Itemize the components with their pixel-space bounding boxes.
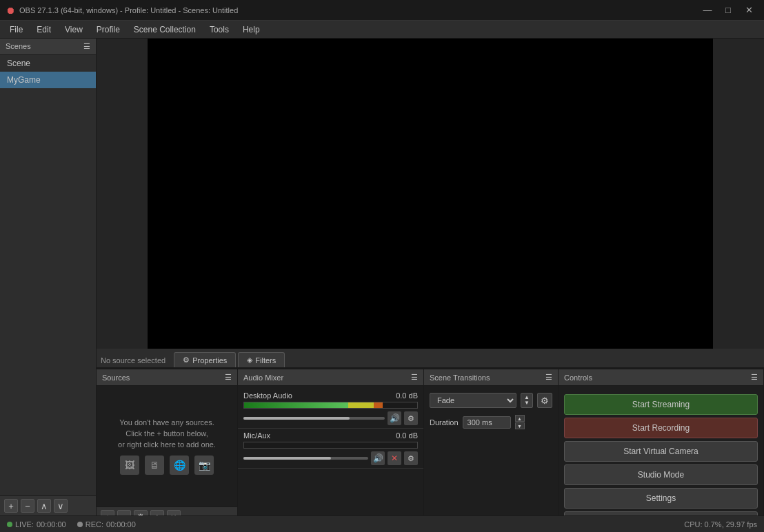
- maximize-button[interactable]: □: [718, 3, 738, 18]
- menu-profile[interactable]: Profile: [90, 23, 127, 37]
- bottom-strip: Sources ☰ You don't have any sources. Cl…: [97, 368, 764, 515]
- menu-help[interactable]: Help: [236, 23, 267, 37]
- transition-type-select[interactable]: Fade Cut Swipe Slide: [430, 393, 516, 408]
- transitions-panel: Scene Transitions ☰ Fade Cut Swipe Slide…: [424, 369, 559, 515]
- mic-audio-name: Mic/Aux: [243, 431, 270, 440]
- scenes-list: Scene MyGame: [0, 55, 96, 495]
- audio-track-mic: Mic/Aux 0.0 dB: [238, 429, 423, 469]
- properties-label: Properties: [192, 356, 227, 365]
- mic-volume-slider[interactable]: [243, 457, 368, 460]
- status-bar: LIVE: 00:00:00 REC: 00:00:00 CPU: 0.7%, …: [0, 515, 764, 532]
- source-settings-button[interactable]: ⚙: [134, 510, 148, 515]
- center-area: No source selected ⚙ Properties ◈ Filter…: [97, 39, 764, 515]
- sources-label: Sources: [102, 374, 130, 382]
- sources-footer: + − ⚙ ∧ ∨: [97, 507, 237, 515]
- filters-icon: ◈: [247, 356, 252, 365]
- mic-audio-settings-btn[interactable]: ⚙: [404, 451, 418, 465]
- desktop-audio-controls: 🔊 ⚙: [243, 411, 418, 425]
- sources-empty-state: You don't have any sources. Click the + …: [97, 389, 237, 504]
- remove-scene-button[interactable]: −: [21, 499, 34, 513]
- titlebar-left: ⏺ OBS 27.1.3 (64-bit, windows) - Profile…: [6, 5, 238, 16]
- filters-label: Filters: [255, 356, 276, 365]
- desktop-audio-name: Desktop Audio: [243, 391, 292, 400]
- rec-status: REC: 00:00:00: [77, 520, 136, 529]
- sources-empty-line3: or right click here to add one.: [118, 440, 216, 449]
- mic-audio-mute-btn[interactable]: ✕: [388, 451, 401, 465]
- scene-down-button[interactable]: ∨: [54, 499, 68, 513]
- add-scene-button[interactable]: +: [4, 499, 18, 513]
- start-recording-button[interactable]: Start Recording: [564, 418, 758, 438]
- scenes-label: Scenes: [6, 42, 31, 51]
- audio-label: Audio Mixer: [243, 374, 283, 382]
- rec-time: 00:00:00: [106, 520, 136, 529]
- duration-down-btn[interactable]: ▼: [515, 422, 525, 429]
- scenes-footer: + − ∧ ∨: [0, 495, 96, 515]
- transitions-label: Scene Transitions: [430, 374, 490, 382]
- transition-arrow-btn[interactable]: ▲ ▼: [521, 393, 533, 408]
- controls-menu-icon[interactable]: ☰: [751, 373, 758, 382]
- remove-source-button[interactable]: −: [117, 510, 131, 515]
- close-button[interactable]: ✕: [739, 3, 758, 18]
- browser-source-icon: 🌐: [170, 456, 189, 475]
- add-source-button[interactable]: +: [101, 510, 114, 515]
- transitions-content: Fade Cut Swipe Slide ▲ ▼ ⚙ Duration: [424, 386, 558, 515]
- desktop-audio-settings-btn[interactable]: ⚙: [404, 411, 418, 425]
- duration-input[interactable]: [463, 416, 511, 429]
- scenes-menu-icon[interactable]: ☰: [83, 42, 90, 51]
- start-streaming-button[interactable]: Start Streaming: [564, 394, 758, 415]
- preview-area: [97, 39, 764, 349]
- menu-edit[interactable]: Edit: [30, 23, 58, 37]
- scene-item-scene[interactable]: Scene: [0, 55, 96, 72]
- live-label: LIVE:: [15, 520, 34, 529]
- titlebar-controls: — □ ✕: [698, 3, 758, 18]
- mic-audio-speaker-icon[interactable]: 🔊: [371, 451, 385, 465]
- transitions-menu-icon[interactable]: ☰: [545, 373, 552, 382]
- menu-scene-collection[interactable]: Scene Collection: [127, 23, 203, 37]
- duration-row: Duration ▲ ▼: [424, 412, 558, 432]
- properties-icon: ⚙: [183, 356, 190, 365]
- source-up-button[interactable]: ∧: [150, 510, 164, 515]
- sources-menu-icon[interactable]: ☰: [225, 373, 232, 382]
- filters-tab[interactable]: ◈ Filters: [238, 352, 285, 367]
- mic-audio-controls: 🔊 ✕ ⚙: [243, 451, 418, 465]
- live-time: 00:00:00: [37, 520, 66, 529]
- controls-content: Start Streaming Start Recording Start Vi…: [559, 386, 763, 515]
- mic-audio-db: 0.0 dB: [396, 431, 418, 440]
- duration-up-btn[interactable]: ▲: [515, 415, 525, 422]
- audio-content: Desktop Audio 0.0 dB: [238, 386, 423, 515]
- scene-up-button[interactable]: ∧: [37, 499, 51, 513]
- properties-tab[interactable]: ⚙ Properties: [174, 352, 236, 367]
- controls-label: Controls: [564, 374, 592, 382]
- source-down-button[interactable]: ∨: [167, 510, 181, 515]
- sources-empty-line1: You don't have any sources.: [119, 418, 214, 427]
- preview-canvas: [148, 39, 713, 349]
- menu-tools[interactable]: Tools: [203, 23, 236, 37]
- transition-type-row: Fade Cut Swipe Slide ▲ ▼ ⚙: [424, 389, 558, 412]
- start-virtual-camera-button[interactable]: Start Virtual Camera: [564, 441, 758, 462]
- rec-dot: [77, 522, 83, 527]
- desktop-audio-db: 0.0 dB: [396, 391, 418, 400]
- desktop-audio-speaker-icon[interactable]: 🔊: [388, 411, 401, 425]
- app-icon: ⏺: [6, 5, 15, 16]
- audio-mixer-panel: Audio Mixer ☰ Desktop Audio 0.0 dB: [238, 369, 424, 515]
- minimize-button[interactable]: —: [698, 3, 717, 18]
- menu-file[interactable]: File: [3, 23, 30, 37]
- sources-content: You don't have any sources. Click the + …: [97, 386, 237, 507]
- sources-panel: Sources ☰ You don't have any sources. Cl…: [97, 369, 238, 515]
- studio-mode-button[interactable]: Studio Mode: [564, 464, 758, 485]
- sources-empty-line2: Click the + button below,: [125, 429, 208, 438]
- settings-button[interactable]: Settings: [564, 488, 758, 509]
- desktop-volume-slider[interactable]: [243, 417, 385, 420]
- live-dot: [7, 522, 12, 527]
- scene-item-mygame[interactable]: MyGame: [0, 72, 96, 88]
- cpu-usage: CPU: 0.7%, 29.97 fps: [684, 520, 757, 529]
- menu-view[interactable]: View: [58, 23, 90, 37]
- titlebar-title: OBS 27.1.3 (64-bit, windows) - Profile: …: [19, 6, 238, 14]
- rec-label: REC:: [86, 520, 103, 529]
- transition-settings-gear[interactable]: ⚙: [537, 393, 552, 408]
- live-status: LIVE: 00:00:00: [7, 520, 66, 529]
- audio-menu-icon[interactable]: ☰: [411, 373, 418, 382]
- audio-panel-header: Audio Mixer ☰: [238, 369, 423, 386]
- source-tab-area: No source selected ⚙ Properties ◈ Filter…: [97, 349, 764, 368]
- desktop-audio-meter: [243, 402, 418, 409]
